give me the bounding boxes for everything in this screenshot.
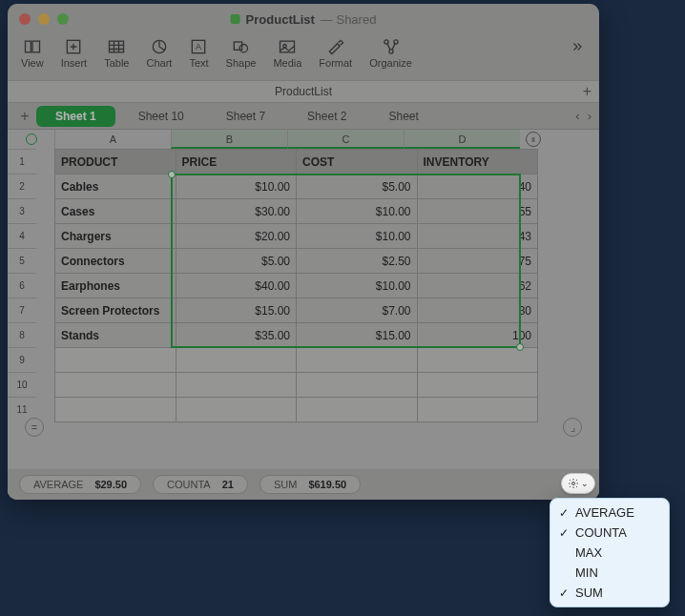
tool-media[interactable]: Media bbox=[273, 38, 301, 69]
row-header[interactable]: 4 bbox=[8, 223, 36, 248]
cell[interactable] bbox=[417, 348, 538, 373]
status-bar: AVERAGE $29.50 COUNTA 21 SUM $619.50 bbox=[8, 469, 599, 500]
cell-product[interactable]: Screen Protectors bbox=[55, 298, 176, 323]
sheet-tab-1[interactable]: Sheet 1 bbox=[36, 106, 115, 127]
add-sheet-button[interactable]: + bbox=[15, 108, 34, 125]
cell[interactable] bbox=[55, 398, 176, 422]
column-header-c[interactable]: C bbox=[287, 130, 404, 149]
cell-price[interactable]: $5.00 bbox=[176, 249, 297, 274]
cell-inventory[interactable]: 75 bbox=[417, 249, 538, 274]
cell-product[interactable]: Connectors bbox=[55, 249, 176, 274]
tool-table[interactable]: Table bbox=[104, 38, 129, 69]
cell[interactable] bbox=[176, 348, 297, 373]
cell-product[interactable]: Chargers bbox=[55, 224, 176, 249]
tool-label: Media bbox=[273, 57, 301, 69]
cell[interactable] bbox=[55, 348, 176, 373]
cell-cost[interactable]: $10.00 bbox=[297, 199, 418, 224]
select-all-corner[interactable] bbox=[8, 130, 54, 149]
tool-organize[interactable]: Organize bbox=[369, 38, 412, 69]
header-inventory[interactable]: INVENTORY bbox=[417, 150, 538, 175]
popover-item-counta[interactable]: ✓COUNTA bbox=[550, 523, 669, 543]
row-header[interactable]: 10 bbox=[8, 372, 36, 397]
cell-cost[interactable]: $5.00 bbox=[297, 175, 418, 199]
popover-item-sum[interactable]: ✓SUM bbox=[550, 583, 669, 603]
toolbar-overflow[interactable] bbox=[569, 38, 586, 55]
table-row bbox=[55, 373, 538, 398]
cell-inventory[interactable]: 30 bbox=[417, 298, 538, 323]
cell-inventory[interactable]: 43 bbox=[417, 224, 538, 249]
status-value: $619.50 bbox=[308, 479, 346, 490]
cell[interactable] bbox=[176, 398, 297, 422]
row-header[interactable]: 11 bbox=[8, 397, 36, 421]
sheet-tab-2[interactable]: Sheet 2 bbox=[288, 106, 365, 127]
row-header[interactable]: 6 bbox=[8, 273, 36, 298]
zoom-icon[interactable] bbox=[57, 13, 69, 25]
document-tab[interactable]: ProductList bbox=[275, 85, 332, 98]
cell-price[interactable]: $10.00 bbox=[176, 175, 297, 199]
row-header[interactable]: 2 bbox=[8, 174, 36, 198]
row-header[interactable]: 9 bbox=[8, 347, 36, 372]
popover-item-min[interactable]: MIN bbox=[550, 563, 669, 583]
cell-cost[interactable]: $10.00 bbox=[297, 224, 418, 249]
cell-inventory[interactable]: 40 bbox=[417, 175, 538, 199]
cell-inventory[interactable]: 100 bbox=[417, 323, 538, 348]
cell-cost[interactable]: $15.00 bbox=[297, 323, 418, 348]
add-document-tab[interactable]: + bbox=[583, 83, 592, 100]
column-header-b[interactable]: B bbox=[171, 130, 287, 149]
cell[interactable] bbox=[297, 398, 418, 422]
tool-view[interactable]: View bbox=[21, 38, 44, 69]
row-header[interactable]: 1 bbox=[8, 149, 36, 174]
tool-chart[interactable]: Chart bbox=[146, 38, 172, 69]
cell-cost[interactable]: $10.00 bbox=[297, 274, 418, 298]
cell-price[interactable]: $35.00 bbox=[176, 323, 297, 348]
close-icon[interactable] bbox=[19, 13, 31, 25]
row-header[interactable]: 5 bbox=[8, 248, 36, 273]
cell-product[interactable]: Cables bbox=[55, 175, 176, 199]
cell[interactable] bbox=[297, 348, 418, 373]
cell-product[interactable]: Stands bbox=[55, 323, 176, 348]
cell-product[interactable]: Cases bbox=[55, 199, 176, 224]
tool-insert[interactable]: Insert bbox=[61, 38, 88, 69]
status-label: AVERAGE bbox=[33, 479, 83, 490]
column-add-handle[interactable]: ll bbox=[520, 130, 547, 149]
cell[interactable] bbox=[417, 398, 538, 422]
cell-inventory[interactable]: 62 bbox=[417, 274, 538, 298]
popover-item-average[interactable]: ✓AVERAGE bbox=[550, 503, 669, 523]
cell-cost[interactable]: $7.00 bbox=[297, 298, 418, 323]
cell[interactable] bbox=[417, 373, 538, 398]
data-table[interactable]: PRODUCT PRICE COST INVENTORY Cables$10.0… bbox=[54, 149, 538, 422]
header-price[interactable]: PRICE bbox=[176, 150, 297, 175]
status-counta[interactable]: COUNTA 21 bbox=[153, 475, 248, 494]
cell-price[interactable]: $20.00 bbox=[176, 224, 297, 249]
sheet-tab-7[interactable]: Sheet 7 bbox=[207, 106, 284, 127]
row-header[interactable]: 7 bbox=[8, 298, 36, 322]
table-row: Chargers$20.00$10.0043 bbox=[55, 224, 538, 249]
cell-price[interactable]: $30.00 bbox=[176, 199, 297, 224]
column-header-a[interactable]: A bbox=[54, 130, 171, 149]
status-sum[interactable]: SUM $619.50 bbox=[259, 475, 361, 494]
header-cost[interactable]: COST bbox=[297, 150, 418, 175]
cell-cost[interactable]: $2.50 bbox=[297, 249, 418, 274]
row-header[interactable]: 8 bbox=[8, 322, 36, 347]
row-header[interactable]: 3 bbox=[8, 198, 36, 223]
tool-text[interactable]: A Text bbox=[189, 38, 208, 69]
sheet-next-icon[interactable]: › bbox=[588, 109, 592, 123]
status-settings-button[interactable]: ⌄ bbox=[561, 473, 595, 494]
cell-price[interactable]: $40.00 bbox=[176, 274, 297, 298]
cell-price[interactable]: $15.00 bbox=[176, 298, 297, 323]
header-product[interactable]: PRODUCT bbox=[55, 150, 176, 175]
status-average[interactable]: AVERAGE $29.50 bbox=[19, 475, 141, 494]
cell-inventory[interactable]: 55 bbox=[417, 199, 538, 224]
tool-format[interactable]: Format bbox=[319, 38, 352, 69]
sheet-tab-extra[interactable]: Sheet bbox=[369, 106, 437, 127]
popover-item-max[interactable]: MAX bbox=[550, 543, 669, 563]
column-header-d[interactable]: D bbox=[404, 130, 520, 149]
minimize-icon[interactable] bbox=[38, 13, 50, 25]
cell[interactable] bbox=[55, 373, 176, 398]
sheet-tab-10[interactable]: Sheet 10 bbox=[119, 106, 203, 127]
cell[interactable] bbox=[176, 373, 297, 398]
cell[interactable] bbox=[297, 373, 418, 398]
cell-product[interactable]: Earphones bbox=[55, 274, 176, 298]
sheet-prev-icon[interactable]: ‹ bbox=[575, 109, 579, 123]
tool-shape[interactable]: Shape bbox=[226, 38, 257, 69]
